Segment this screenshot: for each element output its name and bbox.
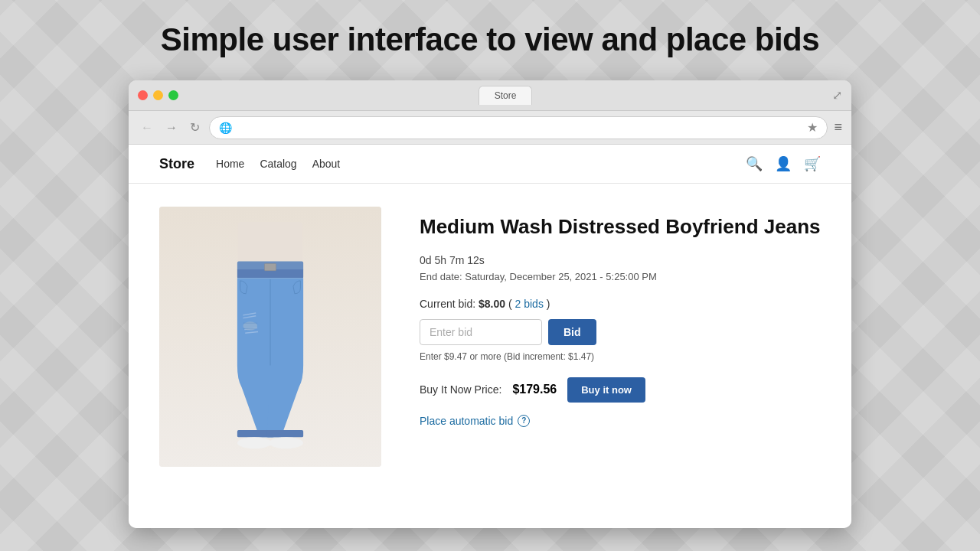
maximize-button[interactable] [168,90,178,100]
forward-button[interactable]: → [162,119,181,136]
refresh-button[interactable]: ↻ [187,119,203,136]
browser-content: Store Home Catalog About 🔍 👤 🛒 [129,145,851,528]
title-bar: Store ⤢ [129,80,851,111]
nav-link-home[interactable]: Home [216,158,244,170]
bids-link[interactable]: 2 bids [515,298,544,310]
bid-input[interactable] [420,319,542,345]
bid-amount: $8.00 [479,298,505,310]
bid-input-row: Bid [420,319,821,345]
store-nav: Store Home Catalog About 🔍 👤 🛒 [129,145,851,184]
bid-button[interactable]: Bid [548,319,596,345]
nav-links: Home Catalog About [216,158,340,170]
auto-bid-link[interactable]: Place automatic bid ? [420,415,821,427]
close-button[interactable] [138,90,148,100]
nav-link-catalog[interactable]: Catalog [260,158,296,170]
traffic-lights [138,90,178,100]
browser-menu-icon[interactable]: ≡ [834,119,842,135]
product-photo [159,207,381,467]
help-icon: ? [518,415,530,427]
end-date: End date: Saturday, December 25, 2021 - … [420,271,821,282]
minimize-button[interactable] [153,90,163,100]
current-bid: Current bid: $8.00 ( 2 bids ) [420,298,821,310]
buy-now-button[interactable]: Buy it now [567,377,645,403]
bid-hint: Enter $9.47 or more (Bid increment: $1.4… [420,351,821,362]
buy-it-now-label: Buy It Now Price: [420,383,501,396]
bookmark-icon[interactable]: ★ [807,120,818,135]
svg-rect-0 [238,222,302,265]
back-button[interactable]: ← [138,119,156,136]
url-bar[interactable]: 🌐 ★ [209,116,828,139]
auction-timer: 0d 5h 7m 12s [420,254,821,266]
globe-icon: 🌐 [219,122,232,134]
search-icon[interactable]: 🔍 [746,155,763,172]
svg-rect-3 [265,263,276,270]
cart-icon[interactable]: 🛒 [804,155,821,172]
product-details: Medium Wash Distressed Boyfriend Jeans 0… [420,207,821,427]
user-icon[interactable]: 👤 [775,155,792,172]
nav-link-about[interactable]: About [312,158,341,170]
jeans-illustration [201,222,339,452]
svg-rect-7 [266,430,303,437]
browser-tab[interactable]: Store [479,86,533,105]
address-bar: ← → ↻ 🌐 ★ ≡ [129,111,851,145]
page-heading: Simple user interface to view and place … [0,21,980,58]
title-bar-right: ⤢ [832,88,842,103]
svg-point-8 [237,437,272,448]
product-title: Medium Wash Distressed Boyfriend Jeans [420,214,821,240]
buy-it-now-price: $179.56 [512,383,557,396]
expand-icon[interactable]: ⤢ [832,88,842,103]
product-section: Medium Wash Distressed Boyfriend Jeans 0… [129,184,851,490]
store-logo: Store [159,156,194,172]
nav-icons: 🔍 👤 🛒 [746,155,821,172]
svg-point-9 [269,437,303,448]
browser-window: Store ⤢ ← → ↻ 🌐 ★ ≡ Store Home Catalog A… [129,80,851,528]
buy-now-row: Buy It Now Price: $179.56 Buy it now [420,377,821,403]
product-image [159,207,381,467]
tab-bar: Store [178,86,832,105]
